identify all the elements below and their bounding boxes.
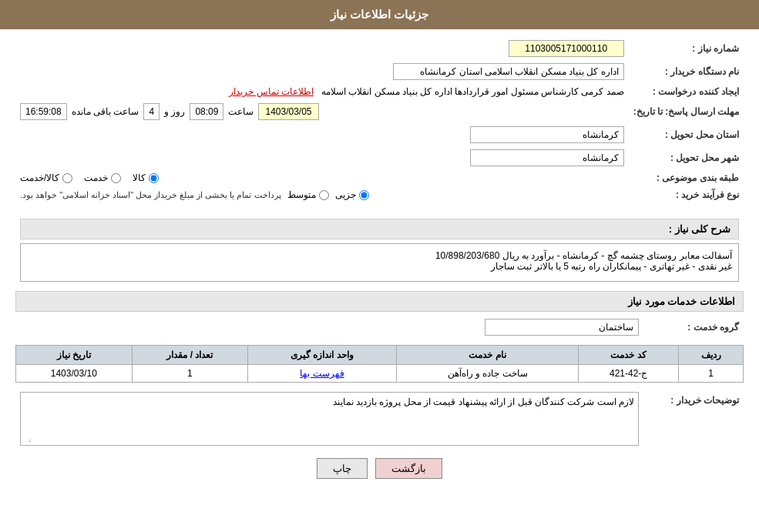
services-section-title: اطلاعات خدمات مورد نیاز — [15, 291, 744, 312]
category-khedmat-label: خدمت — [84, 172, 108, 183]
category-khedmat-option: خدمت — [84, 172, 121, 183]
process-motavaset-radio[interactable] — [319, 190, 329, 200]
page-header: جزئیات اطلاعات نیاز — [0, 0, 759, 29]
deadline-time-label: ساعت — [228, 106, 254, 117]
col-qty: تعداد / مقدار — [132, 346, 247, 365]
delivery-city-value: کرمانشاه — [470, 149, 624, 166]
col-unit: واحد اندازه گیری — [248, 346, 397, 365]
deadline-time: 08:09 — [190, 103, 223, 120]
col-name: نام خدمت — [396, 346, 578, 365]
creator-label: ایجاد کننده درخواست : — [629, 83, 744, 100]
page-title: جزئیات اطلاعات نیاز — [331, 8, 428, 21]
remaining-label: ساعت باقی مانده — [72, 106, 139, 117]
buttons-row: بازگشت چاپ — [15, 458, 744, 479]
cell-row: 1 — [679, 365, 744, 383]
niyaz-number-value: 1103005171000110 — [509, 40, 624, 57]
description-value: آسفالت معابر روستای چشمه گچ - کرمانشاه -… — [20, 243, 739, 282]
category-label: طبقه بندی موضوعی : — [629, 169, 744, 186]
process-jozi-label: جزیی — [335, 189, 356, 200]
process-label: نوع فرآیند خرید : — [629, 186, 744, 203]
delivery-province-label: استان محل تحویل : — [629, 123, 744, 146]
col-code: کد خدمت — [579, 346, 679, 365]
deadline-days: 4 — [143, 103, 160, 120]
category-kala-khedmat-radio[interactable] — [62, 173, 72, 183]
process-jozi-option: جزیی — [335, 189, 369, 200]
cell-name: ساخت جاده و راه‌آهن — [396, 365, 578, 383]
back-button[interactable]: بازگشت — [375, 458, 442, 479]
remaining-time: 16:59:08 — [20, 103, 67, 120]
cell-qty: 1 — [132, 365, 247, 383]
resize-handle[interactable]: ⌟ — [22, 434, 32, 443]
category-kala-khedmat-option: کالا/خدمت — [20, 172, 72, 183]
table-row: 1 ج-42-421 ساخت جاده و راه‌آهن فهرست بها… — [16, 365, 744, 383]
process-note: پرداخت تمام یا بخشی از مبلغ خریداز محل "… — [20, 190, 281, 200]
col-date: تاریخ نیاز — [16, 346, 133, 365]
contact-link[interactable]: اطلاعات تماس خریدار — [229, 86, 314, 97]
delivery-province-value: کرمانشاه — [470, 126, 624, 143]
cell-code: ج-42-421 — [579, 365, 679, 383]
buyer-notes-label: توضیحات خریدار : — [643, 389, 744, 449]
process-motavaset-label: متوسط — [287, 189, 316, 200]
niyaz-number-label: شماره نیاز : — [629, 37, 744, 60]
buyer-notes-area: لازم است شرکت کنندگان قبل از ارائه پیشنه… — [20, 392, 639, 446]
description-section-label: شرح کلی نیاز : — [669, 223, 730, 235]
category-kala-khedmat-label: کالا/خدمت — [20, 172, 59, 183]
category-khedmat-radio[interactable] — [111, 173, 121, 183]
buyer-org-label: نام دستگاه خریدار : — [629, 60, 744, 83]
response-deadline-label: مهلت ارسال پاسخ: تا تاریخ: — [629, 100, 744, 123]
process-motavaset-option: متوسط — [287, 189, 329, 200]
description-section-title: شرح کلی نیاز : — [20, 219, 739, 239]
col-row: ردیف — [679, 346, 744, 365]
deadline-day-label: روز و — [164, 106, 185, 117]
services-table: ردیف کد خدمت نام خدمت واحد اندازه گیری ت… — [15, 345, 744, 383]
cell-unit[interactable]: فهرست بها — [248, 365, 397, 383]
delivery-city-label: شهر محل تحویل : — [629, 146, 744, 169]
buyer-notes-value: لازم است شرکت کنندگان قبل از ارائه پیشنه… — [333, 396, 634, 407]
process-jozi-radio[interactable] — [359, 190, 369, 200]
creator-value: صمد کرمی کارشناس مسئول امور قراردادها اد… — [321, 86, 624, 97]
cell-date: 1403/03/10 — [16, 365, 133, 383]
category-kala-option: کالا — [133, 172, 159, 183]
service-group-label: گروه خدمت : — [643, 316, 744, 339]
category-kala-radio[interactable] — [149, 173, 159, 183]
buyer-org-value: اداره کل بنیاد مسکن انقلاب اسلامی استان … — [393, 63, 624, 80]
deadline-date: 1403/03/05 — [258, 103, 318, 120]
category-kala-label: کالا — [133, 172, 146, 183]
print-button[interactable]: چاپ — [317, 458, 368, 479]
service-group-value: ساختمان — [485, 319, 639, 336]
